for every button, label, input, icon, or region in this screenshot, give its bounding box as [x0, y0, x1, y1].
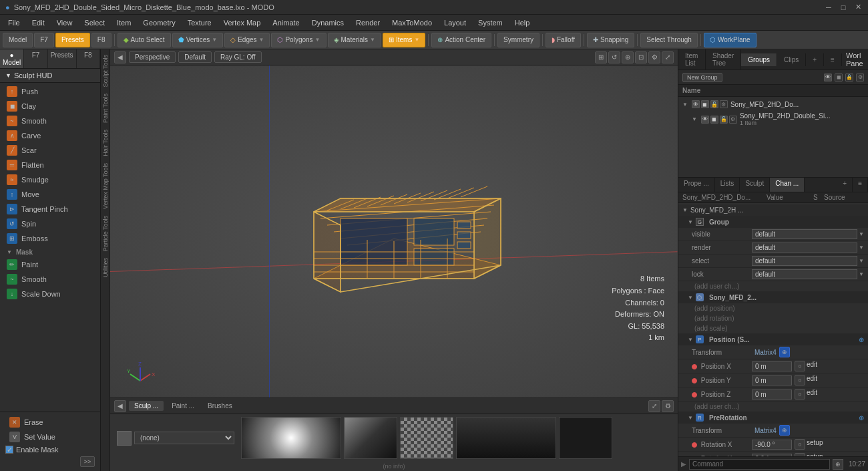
- pos-x-edit-label[interactable]: edit: [807, 361, 817, 371]
- pos-z-edit-label[interactable]: edit: [807, 389, 817, 400]
- prop-tab-add[interactable]: +: [837, 178, 853, 192]
- workplane-button[interactable]: ⬡ WorkPlane: [704, 33, 756, 47]
- tool-smudge[interactable]: ≈ Smudge: [0, 172, 100, 187]
- close-button[interactable]: ✕: [853, 3, 863, 12]
- ray-gl-mode[interactable]: Ray GL: Off: [214, 51, 262, 63]
- snapping-button[interactable]: ✚ Snapping: [587, 33, 634, 47]
- tab-panel-settings[interactable]: ≡: [824, 53, 842, 66]
- groups-eye-btn[interactable]: 👁: [824, 73, 832, 82]
- f7-tab[interactable]: F7: [24, 49, 47, 68]
- menu-dynamics[interactable]: Dynamics: [306, 17, 349, 28]
- minimize-button[interactable]: ─: [824, 3, 833, 12]
- vp-bottom-expand[interactable]: ⤢: [648, 400, 660, 412]
- viewport-3d[interactable]: X Y Z 8 Items Polygons : Face Channels: …: [110, 65, 678, 398]
- vp-zoom-button[interactable]: ⊕: [622, 51, 634, 63]
- prop-tab-sculpt[interactable]: Sculpt: [740, 178, 770, 192]
- group-lock-1[interactable]: 🔓: [710, 100, 718, 108]
- auto-select-button[interactable]: ◆ Auto Select: [118, 33, 171, 47]
- prop-prerotation-header[interactable]: ▼ R PreRotation ⊕: [678, 412, 868, 424]
- tool-carve[interactable]: ∧ Carve: [0, 128, 100, 143]
- materials-button[interactable]: ◈ Materials ▼: [328, 33, 382, 47]
- presets-tab[interactable]: Presets: [48, 49, 77, 68]
- vtab-vertex-map-tools[interactable]: Vertex Map Tools: [101, 160, 110, 212]
- maximize-button[interactable]: □: [839, 3, 848, 12]
- brushes-tab[interactable]: Brushes: [202, 401, 238, 411]
- menu-select[interactable]: Select: [79, 17, 110, 28]
- edges-button[interactable]: ◇ Edges ▼: [224, 33, 270, 47]
- tool-flatten[interactable]: ═ Flatten: [0, 158, 100, 172]
- visible-dropdown[interactable]: default ▼: [752, 229, 864, 239]
- tool-smooth-mask[interactable]: ~ Smooth: [0, 272, 100, 287]
- pos-y-radio-btn[interactable]: ○: [795, 375, 805, 385]
- menu-render[interactable]: Render: [351, 17, 385, 28]
- tool-scar[interactable]: ╱ Scar: [0, 143, 100, 158]
- tab-item-list[interactable]: Item List: [678, 49, 706, 69]
- vp-home-button[interactable]: ⊞: [595, 51, 607, 63]
- enable-mask-checkbox[interactable]: ✓: [5, 446, 13, 454]
- presets-button[interactable]: Presets: [55, 33, 90, 47]
- menu-maxtomodo[interactable]: MaxToModo: [387, 17, 437, 28]
- paint-tab[interactable]: Paint ...: [166, 401, 200, 411]
- brush-color-box[interactable]: [117, 431, 132, 446]
- expand-panel-button[interactable]: >>: [80, 456, 95, 467]
- rot-x-radio-btn[interactable]: ○: [795, 439, 805, 450]
- shading-mode[interactable]: Default: [178, 51, 212, 63]
- tool-spin[interactable]: ↺ Spin: [0, 216, 100, 231]
- menu-geometry[interactable]: Geometry: [138, 17, 180, 28]
- brush-dropdown[interactable]: (none): [134, 432, 234, 444]
- prop-tab-lists[interactable]: Lists: [715, 178, 740, 192]
- action-center-button[interactable]: ⊕ Action Center: [431, 33, 491, 47]
- vtab-particle-tools[interactable]: Particle Tools: [101, 213, 110, 254]
- tool-tangent-pinch[interactable]: ⊳ Tangent Pinch: [0, 202, 100, 216]
- tool-clay[interactable]: ◼ Clay: [0, 99, 100, 114]
- tool-smooth[interactable]: ~ Smooth: [0, 114, 100, 128]
- items-button[interactable]: ⊞ Items ▼: [383, 33, 425, 47]
- model-button[interactable]: Model: [3, 33, 33, 47]
- group-render-1[interactable]: ◼: [701, 100, 709, 108]
- pos-x-radio[interactable]: [692, 364, 697, 369]
- group-more-1[interactable]: ⚙: [720, 100, 728, 108]
- sculpt-tab[interactable]: Sculp ...: [129, 401, 164, 411]
- menu-help[interactable]: Help: [509, 17, 535, 28]
- rot-x-value[interactable]: -90.0 °: [752, 440, 792, 450]
- group-render-child[interactable]: ◼: [710, 116, 718, 124]
- tool-erase[interactable]: ✕ Erase: [3, 415, 97, 430]
- group-row-sony-child[interactable]: ▼ 👁 ◼ 🔓 ⚙ Sony_MFD_2HD_Double_Si... 1 It…: [678, 110, 868, 128]
- menu-animate[interactable]: Animate: [267, 17, 304, 28]
- prop-sony-item-header[interactable]: ▼ ⬡ Sony_MFD_2...: [678, 291, 868, 303]
- f8-button[interactable]: F8: [91, 33, 112, 47]
- group-row-sony-parent[interactable]: ▼ 👁 ◼ 🔓 ⚙ Sony_MFD_2HD_Do...: [678, 98, 868, 110]
- select-through-button[interactable]: Select Through: [640, 33, 698, 47]
- falloff-button[interactable]: ◗ Falloff: [546, 33, 581, 47]
- tab-clips[interactable]: Clips: [777, 53, 806, 66]
- group-eye-1[interactable]: 👁: [692, 100, 700, 108]
- prop-position-header[interactable]: ▼ P Position (S... ⊕: [678, 333, 868, 345]
- prop-group-group-header[interactable]: ▼ G Group: [678, 216, 868, 228]
- groups-settings-btn[interactable]: ⚙: [856, 73, 864, 82]
- menu-edit[interactable]: Edit: [27, 17, 50, 28]
- pos-x-value[interactable]: 0 m: [752, 361, 792, 371]
- pos-z-radio[interactable]: [692, 392, 697, 398]
- symmetry-button[interactable]: Symmetry: [497, 33, 539, 47]
- tool-emboss[interactable]: ⊞ Emboss: [0, 231, 100, 246]
- vp-rotate-button[interactable]: ↺: [608, 51, 620, 63]
- pos-x-radio-btn[interactable]: ○: [795, 361, 805, 371]
- transform-prerot-btn[interactable]: ⊕: [779, 425, 790, 436]
- rot-x-setup-label[interactable]: setup: [807, 439, 823, 450]
- menu-view[interactable]: View: [51, 17, 78, 28]
- group-eye-child[interactable]: 👁: [701, 116, 709, 124]
- tab-add-panel[interactable]: +: [806, 53, 824, 66]
- prop-group-sony-header[interactable]: ▼ Sony_MFD_2H ...: [678, 204, 868, 216]
- pos-z-radio-btn[interactable]: ○: [795, 389, 805, 400]
- tool-set-value[interactable]: V Set Value: [3, 430, 97, 444]
- vp-bottom-settings[interactable]: ⚙: [662, 400, 674, 412]
- prop-tab-settings[interactable]: ≡: [853, 178, 868, 192]
- f7-button[interactable]: F7: [34, 33, 54, 47]
- vtab-utilities[interactable]: Utilities: [101, 255, 110, 280]
- vp-bottom-back[interactable]: ◀: [114, 400, 126, 412]
- prop-tab-properties[interactable]: Prope ...: [678, 178, 715, 192]
- new-group-button[interactable]: New Group: [682, 73, 722, 82]
- perspective-mode[interactable]: Perspective: [129, 51, 176, 63]
- tab-groups[interactable]: Groups: [741, 53, 777, 66]
- menu-item[interactable]: Item: [112, 17, 136, 28]
